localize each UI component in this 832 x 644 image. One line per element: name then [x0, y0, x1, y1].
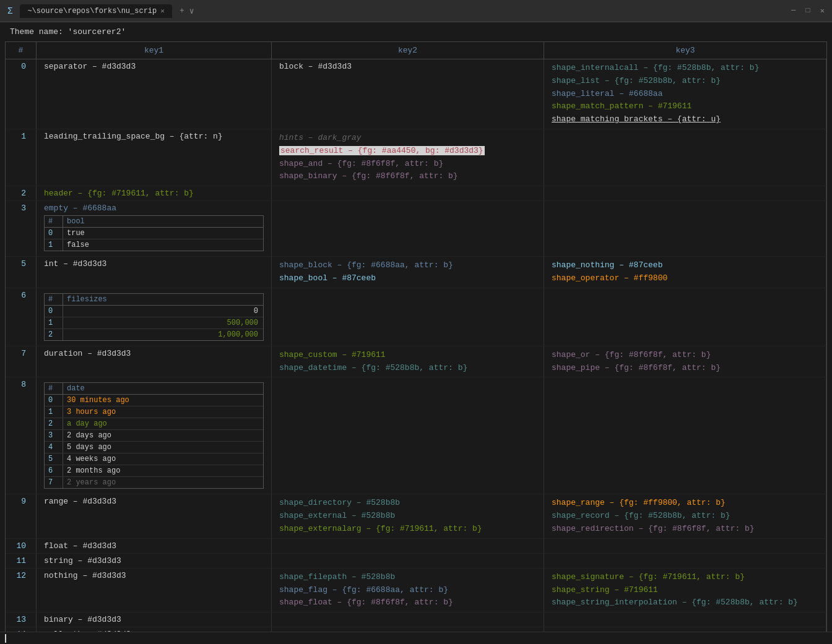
- row-11-num: 11: [6, 554, 37, 569]
- row-10-num: 10: [6, 539, 37, 554]
- row-13-key1: binary – #d3d3d3: [37, 612, 272, 627]
- row-12-key1: nothing – #d3d3d3: [37, 569, 272, 612]
- new-tab-button[interactable]: +: [180, 6, 184, 15]
- row-5-key1: int – #d3d3d3: [37, 257, 272, 288]
- row-0-key3: shape_internalcall – {fg: #528b8b, attr:…: [544, 59, 826, 129]
- theme-name-line: Theme name: 'sourcerer2': [0, 22, 832, 41]
- row-11-key1: string – #d3d3d3: [37, 554, 272, 569]
- row-6-num: 6: [6, 288, 37, 346]
- row-13-num: 13: [6, 612, 37, 627]
- row-9-key3: shape_range – {fg: #ff9800, attr: b} sha…: [544, 494, 826, 538]
- row-8-key3: [544, 377, 826, 494]
- row-3-key2: [272, 201, 544, 257]
- col-header-key2: key2: [272, 42, 544, 59]
- main-table: # key1 key2 key3 0 separator – #d3d3d3 b…: [5, 41, 827, 644]
- col-header-hash: #: [6, 42, 37, 59]
- restore-button[interactable]: □: [806, 6, 810, 15]
- table-header-row: # key1 key2 key3: [6, 42, 826, 59]
- row-1-num: 1: [6, 129, 37, 186]
- minimize-button[interactable]: —: [791, 6, 795, 15]
- row-9-num: 9: [6, 494, 37, 538]
- row-6-key3: [544, 288, 826, 346]
- table-body: 0 separator – #d3d3d3 block – #d3d3d3 sh…: [6, 59, 826, 644]
- terminal-icon: Σ: [7, 6, 12, 16]
- row-10-key1: float – #d3d3d3: [37, 539, 272, 554]
- row-0-num: 0: [6, 59, 37, 129]
- row-10-key3: [544, 539, 826, 554]
- row-7-key2: shape_custom – #719611 shape_datetime – …: [272, 346, 544, 378]
- row-2-key3: [544, 186, 826, 201]
- row-1-key1: leading_trailing_space_bg – {attr: n}: [37, 129, 272, 186]
- row-7-key1: duration – #d3d3d3: [37, 346, 272, 378]
- tab-close-button[interactable]: ✕: [160, 7, 165, 15]
- row-12-num: 12: [6, 569, 37, 612]
- row-10-key2: [272, 539, 544, 554]
- row-8-num: 8: [6, 377, 37, 494]
- row-3-key1: empty – #6688aa # bool 0 true 1 false: [37, 201, 272, 257]
- row-6-key1: # filesizes 0 0 1 500,000 2 1,000,000: [37, 288, 272, 346]
- row-3-key3: [544, 201, 826, 257]
- row-2-key2: [272, 186, 544, 201]
- bool-mini-table: # bool 0 true 1 false: [44, 215, 264, 251]
- window-controls: — □ ✕: [791, 6, 825, 15]
- row-11-key3: [544, 554, 826, 569]
- row-3-num: 3: [6, 201, 37, 257]
- row-12-key3: shape_signature – {fg: #719611, attr: b}…: [544, 569, 826, 612]
- tab-label: ~\source\repos\forks\nu_scrip: [27, 7, 157, 15]
- row-7-key3: shape_or – {fg: #8f6f8f, attr: b} shape_…: [544, 346, 826, 378]
- row-6-key2: [272, 288, 544, 346]
- row-5-key3: shape_nothing – #87ceeb shape_operator –…: [544, 257, 826, 288]
- search-result-highlight: search_result – {fg: #aa4450, bg: #d3d3d…: [279, 146, 485, 155]
- row-5-key2: shape_block – {fg: #6688aa, attr: b} sha…: [272, 257, 544, 288]
- col-header-key1: key1: [37, 42, 272, 59]
- row-2-key1: header – {fg: #719611, attr: b}: [37, 186, 272, 201]
- row-13-key2: [272, 612, 544, 627]
- row-5-num: 5: [6, 257, 37, 288]
- row-1-key3: [544, 129, 826, 186]
- filesizes-mini-table: # filesizes 0 0 1 500,000 2 1,000,000: [44, 293, 264, 341]
- col-header-key3: key3: [544, 42, 826, 59]
- row-12-key2: shape_filepath – #528b8b shape_flag – {f…: [272, 569, 544, 612]
- cursor: [5, 634, 6, 643]
- active-tab[interactable]: ~\source\repos\forks\nu_scrip ✕: [20, 4, 171, 18]
- row-9-key2: shape_directory – #528b8b shape_external…: [272, 494, 544, 538]
- date-mini-table: # date 0 30 minutes ago 1 3 hours ago 2 …: [44, 382, 264, 489]
- row-11-key2: [272, 554, 544, 569]
- row-13-key3: [544, 612, 826, 627]
- row-9-key1: range – #d3d3d3: [37, 494, 272, 538]
- row-2-num: 2: [6, 186, 37, 201]
- tab-dropdown-button[interactable]: ∨: [189, 6, 194, 16]
- titlebar: Σ ~\source\repos\forks\nu_scrip ✕ + ∨ — …: [0, 0, 832, 22]
- row-1-key2: hints – dark_gray search_result – {fg: #…: [272, 129, 544, 186]
- row-8-key1: # date 0 30 minutes ago 1 3 hours ago 2 …: [37, 377, 272, 494]
- close-button[interactable]: ✕: [820, 6, 825, 15]
- row-7-num: 7: [6, 346, 37, 378]
- row-8-key2: [272, 377, 544, 494]
- row-0-key2: block – #d3d3d3: [272, 59, 544, 129]
- statusbar: [0, 632, 832, 644]
- row-0-key1: separator – #d3d3d3: [37, 59, 272, 129]
